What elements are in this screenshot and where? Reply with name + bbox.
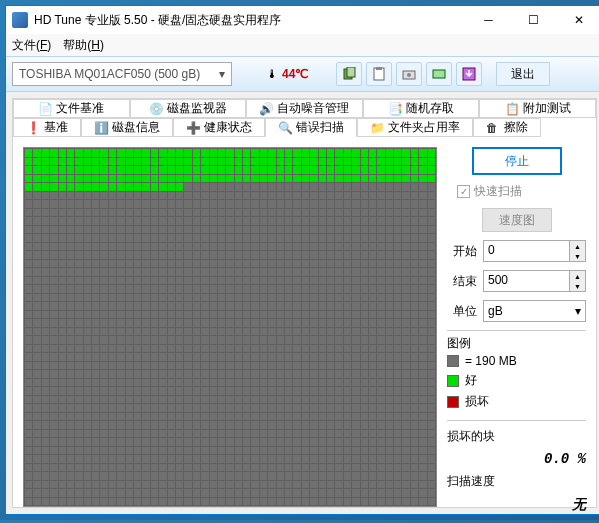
tab-磁盘监视器[interactable]: 💿磁盘监视器 — [130, 99, 247, 118]
tab-擦除[interactable]: 🗑擦除 — [473, 118, 541, 137]
paste-icon[interactable] — [366, 62, 392, 86]
speed-value: 无 — [572, 496, 586, 514]
speed-map-button[interactable]: 速度图 — [482, 208, 552, 232]
stats: 损坏的块 0.0 % 扫描速度 无 扫描位置 37 gB — [447, 420, 586, 514]
end-input[interactable]: 500▲▼ — [483, 270, 586, 292]
legend-bad-icon — [447, 396, 459, 408]
settings-icon[interactable] — [426, 62, 452, 86]
legend: 图例 = 190 MB 好 损坏 — [447, 330, 586, 412]
menubar: 文件(F) 帮助(H) — [6, 34, 599, 56]
tab-文件基准[interactable]: 📄文件基准 — [13, 99, 130, 118]
tab-文件夹占用率[interactable]: 📁文件夹占用率 — [357, 118, 473, 137]
legend-ok-icon — [447, 375, 459, 387]
tab-icon: 💿 — [149, 102, 163, 116]
svg-rect-1 — [347, 67, 355, 77]
thermometer-icon: 🌡 — [266, 67, 278, 81]
tab-icon: ❗ — [26, 121, 40, 135]
content-area: 📄文件基准💿磁盘监视器🔊自动噪音管理📑随机存取📋附加测试 ❗基准ℹ️磁盘信息➕健… — [6, 92, 599, 514]
unit-label: 单位 — [447, 303, 477, 320]
tab-icon: 🔍 — [278, 121, 292, 135]
tab-icon: 📑 — [388, 102, 402, 116]
tab-icon: ➕ — [186, 121, 200, 135]
tab-row-2: ❗基准ℹ️磁盘信息➕健康状态🔍错误扫描📁文件夹占用率🗑擦除 — [13, 118, 596, 137]
app-icon — [12, 12, 28, 28]
tab-icon: 🔊 — [259, 102, 273, 116]
start-label: 开始 — [447, 243, 477, 260]
scan-grid — [23, 147, 437, 507]
minimize-button[interactable]: ─ — [466, 6, 511, 34]
app-window: HD Tune 专业版 5.50 - 硬盘/固态硬盘实用程序 ─ ☐ ✕ 文件(… — [5, 5, 599, 515]
tab-随机存取[interactable]: 📑随机存取 — [363, 99, 480, 118]
titlebar: HD Tune 专业版 5.50 - 硬盘/固态硬盘实用程序 ─ ☐ ✕ — [6, 6, 599, 34]
tab-基准[interactable]: ❗基准 — [13, 118, 81, 137]
close-button[interactable]: ✕ — [556, 6, 599, 34]
svg-point-5 — [407, 73, 411, 77]
stop-button[interactable]: 停止 — [472, 147, 562, 175]
exit-button[interactable]: 退出 — [496, 62, 550, 86]
tab-自动噪音管理[interactable]: 🔊自动噪音管理 — [246, 99, 363, 118]
legend-title: 图例 — [447, 335, 586, 352]
end-label: 结束 — [447, 273, 477, 290]
tab-icon: 📁 — [370, 121, 384, 135]
temperature-value: 44℃ — [282, 67, 308, 81]
menu-help[interactable]: 帮助(H) — [63, 37, 104, 54]
svg-rect-3 — [376, 67, 382, 70]
menu-file[interactable]: 文件(F) — [12, 37, 51, 54]
temperature-display: 🌡 44℃ — [266, 67, 308, 81]
toolbar: TOSHIBA MQ01ACF050 (500 gB) ▾ 🌡 44℃ 退出 — [6, 56, 599, 92]
save-icon[interactable] — [456, 62, 482, 86]
camera-icon[interactable] — [396, 62, 422, 86]
tab-row-1: 📄文件基准💿磁盘监视器🔊自动噪音管理📑随机存取📋附加测试 — [13, 99, 596, 118]
svg-rect-6 — [433, 70, 445, 78]
scan-sidebar: 停止 ✓ 快速扫描 速度图 开始 0▲▼ 结束 500▲▼ — [447, 147, 586, 514]
tab-icon: ℹ️ — [94, 121, 108, 135]
tab-附加测试[interactable]: 📋附加测试 — [479, 99, 596, 118]
chevron-down-icon: ▾ — [219, 67, 225, 81]
tab-icon: 📋 — [505, 102, 519, 116]
tab-磁盘信息[interactable]: ℹ️磁盘信息 — [81, 118, 173, 137]
fast-scan-checkbox[interactable]: ✓ 快速扫描 — [447, 183, 586, 200]
tab-健康状态[interactable]: ➕健康状态 — [173, 118, 265, 137]
maximize-button[interactable]: ☐ — [511, 6, 556, 34]
legend-block-icon — [447, 355, 459, 367]
tab-icon: 🗑 — [486, 121, 500, 135]
disk-selector[interactable]: TOSHIBA MQ01ACF050 (500 gB) ▾ — [12, 62, 232, 86]
error-scan-pane: 停止 ✓ 快速扫描 速度图 开始 0▲▼ 结束 500▲▼ — [13, 137, 596, 514]
checkbox-icon: ✓ — [457, 185, 470, 198]
start-input[interactable]: 0▲▼ — [483, 240, 586, 262]
tab-panel: 📄文件基准💿磁盘监视器🔊自动噪音管理📑随机存取📋附加测试 ❗基准ℹ️磁盘信息➕健… — [12, 98, 597, 508]
copy-icon[interactable] — [336, 62, 362, 86]
tab-icon: 📄 — [38, 102, 52, 116]
tab-错误扫描[interactable]: 🔍错误扫描 — [265, 118, 357, 137]
chevron-down-icon: ▾ — [575, 304, 581, 318]
damaged-value: 0.0 % — [544, 451, 586, 467]
unit-select[interactable]: gB▾ — [483, 300, 586, 322]
window-title: HD Tune 专业版 5.50 - 硬盘/固态硬盘实用程序 — [34, 12, 466, 29]
disk-label: TOSHIBA MQ01ACF050 (500 gB) — [19, 67, 200, 81]
